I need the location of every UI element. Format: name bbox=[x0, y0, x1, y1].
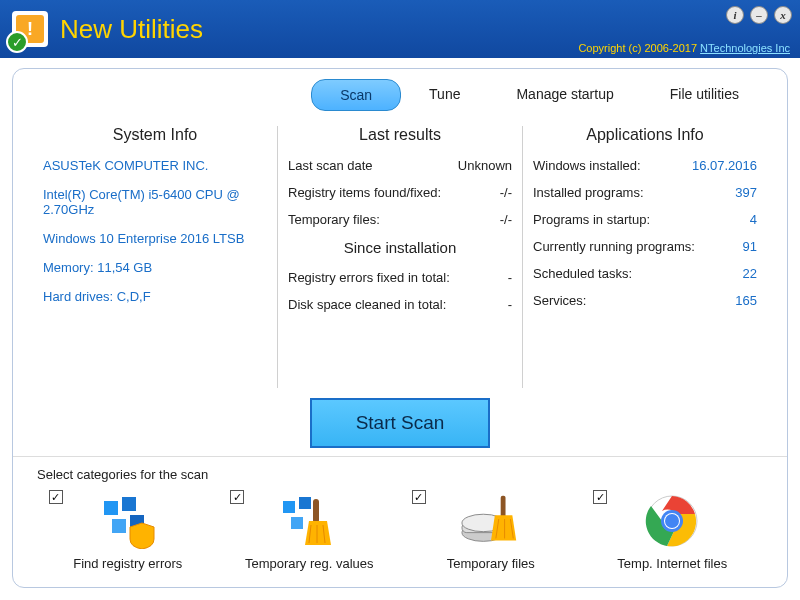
svg-rect-6 bbox=[291, 517, 303, 529]
running-programs-label: Currently running programs: bbox=[533, 239, 695, 254]
last-results-column: Last results Last scan dateUnknown Regis… bbox=[277, 126, 522, 388]
registry-fixed-value: - bbox=[508, 270, 512, 285]
tab-manage-startup[interactable]: Manage startup bbox=[488, 79, 641, 111]
checkbox-temp-reg[interactable]: ✓ bbox=[230, 490, 244, 504]
start-scan-button[interactable]: Start Scan bbox=[310, 398, 491, 448]
scheduled-tasks-label: Scheduled tasks: bbox=[533, 266, 632, 281]
drives-info[interactable]: Hard drives: C,D,F bbox=[43, 289, 267, 304]
close-button[interactable]: x bbox=[774, 6, 792, 24]
temp-files-label: Temporary files: bbox=[288, 212, 380, 227]
category-label: Temporary reg. values bbox=[245, 556, 374, 571]
cpu-info[interactable]: Intel(R) Core(TM) i5-6400 CPU @ 2.70GHz bbox=[43, 187, 267, 217]
tab-tune[interactable]: Tune bbox=[401, 79, 488, 111]
registry-found-label: Registry items found/fixed: bbox=[288, 185, 441, 200]
copyright: Copyright (c) 2006-2017 NTechnologies In… bbox=[578, 42, 790, 54]
running-programs-value[interactable]: 91 bbox=[743, 239, 757, 254]
services-label: Services: bbox=[533, 293, 586, 308]
svg-rect-1 bbox=[122, 497, 136, 511]
installed-programs-value[interactable]: 397 bbox=[735, 185, 757, 200]
startup-programs-label: Programs in startup: bbox=[533, 212, 650, 227]
tab-scan[interactable]: Scan bbox=[311, 79, 401, 111]
memory-info[interactable]: Memory: 11,54 GB bbox=[43, 260, 267, 275]
category-label: Find registry errors bbox=[73, 556, 182, 571]
titlebar: ! ✓ New Utilities i – x Copyright (c) 20… bbox=[0, 0, 800, 58]
svg-rect-2 bbox=[112, 519, 126, 533]
check-icon: ✓ bbox=[6, 31, 28, 53]
svg-rect-7 bbox=[313, 499, 319, 523]
registry-fixed-label: Registry errors fixed in total: bbox=[288, 270, 450, 285]
since-install-heading: Since installation bbox=[288, 239, 512, 256]
registry-shield-icon bbox=[97, 492, 159, 550]
services-value[interactable]: 165 bbox=[735, 293, 757, 308]
last-results-heading: Last results bbox=[288, 126, 512, 144]
category-temp-internet[interactable]: ✓ Temp. Internet files bbox=[587, 490, 757, 571]
info-button[interactable]: i bbox=[726, 6, 744, 24]
category-label: Temp. Internet files bbox=[617, 556, 727, 571]
last-scan-label: Last scan date bbox=[288, 158, 373, 173]
windows-installed-value[interactable]: 16.07.2016 bbox=[692, 158, 757, 173]
checkbox-registry-errors[interactable]: ✓ bbox=[49, 490, 63, 504]
svg-rect-15 bbox=[500, 496, 505, 517]
svg-rect-5 bbox=[299, 497, 311, 509]
windows-installed-label: Windows installed: bbox=[533, 158, 641, 173]
categories-label: Select categories for the scan bbox=[37, 467, 763, 482]
tab-bar: Scan Tune Manage startup File utilities bbox=[13, 69, 787, 112]
minimize-button[interactable]: – bbox=[750, 6, 768, 24]
disk-cleaned-value: - bbox=[508, 297, 512, 312]
system-info-heading: System Info bbox=[43, 126, 267, 144]
os-info[interactable]: Windows 10 Enterprise 2016 LTSB bbox=[43, 231, 267, 246]
last-scan-value: Unknown bbox=[458, 158, 512, 173]
temp-files-value: -/- bbox=[500, 212, 512, 227]
category-temp-reg[interactable]: ✓ Temporary reg. values bbox=[224, 490, 394, 571]
drive-broom-icon bbox=[460, 492, 522, 550]
svg-rect-4 bbox=[283, 501, 295, 513]
svg-rect-0 bbox=[104, 501, 118, 515]
tab-file-utilities[interactable]: File utilities bbox=[642, 79, 767, 111]
app-title: New Utilities bbox=[60, 14, 203, 45]
disk-cleaned-label: Disk space cleaned in total: bbox=[288, 297, 446, 312]
vendor-link[interactable]: NTechnologies Inc bbox=[700, 42, 790, 54]
registry-found-value: -/- bbox=[500, 185, 512, 200]
apps-info-column: Applications Info Windows installed:16.0… bbox=[522, 126, 767, 388]
checkbox-temp-internet[interactable]: ✓ bbox=[593, 490, 607, 504]
vendor-info[interactable]: ASUSTeK COMPUTER INC. bbox=[43, 158, 267, 173]
registry-broom-icon bbox=[278, 492, 340, 550]
installed-programs-label: Installed programs: bbox=[533, 185, 644, 200]
svg-point-22 bbox=[665, 514, 679, 528]
app-icon: ! ✓ bbox=[12, 11, 48, 47]
apps-info-heading: Applications Info bbox=[533, 126, 757, 144]
category-temp-files[interactable]: ✓ Temporary files bbox=[406, 490, 576, 571]
category-label: Temporary files bbox=[447, 556, 535, 571]
checkbox-temp-files[interactable]: ✓ bbox=[412, 490, 426, 504]
system-info-column: System Info ASUSTeK COMPUTER INC. Intel(… bbox=[33, 126, 277, 388]
startup-programs-value[interactable]: 4 bbox=[750, 212, 757, 227]
scheduled-tasks-value[interactable]: 22 bbox=[743, 266, 757, 281]
browser-chrome-icon bbox=[641, 492, 703, 550]
category-registry-errors[interactable]: ✓ Find registry errors bbox=[43, 490, 213, 571]
